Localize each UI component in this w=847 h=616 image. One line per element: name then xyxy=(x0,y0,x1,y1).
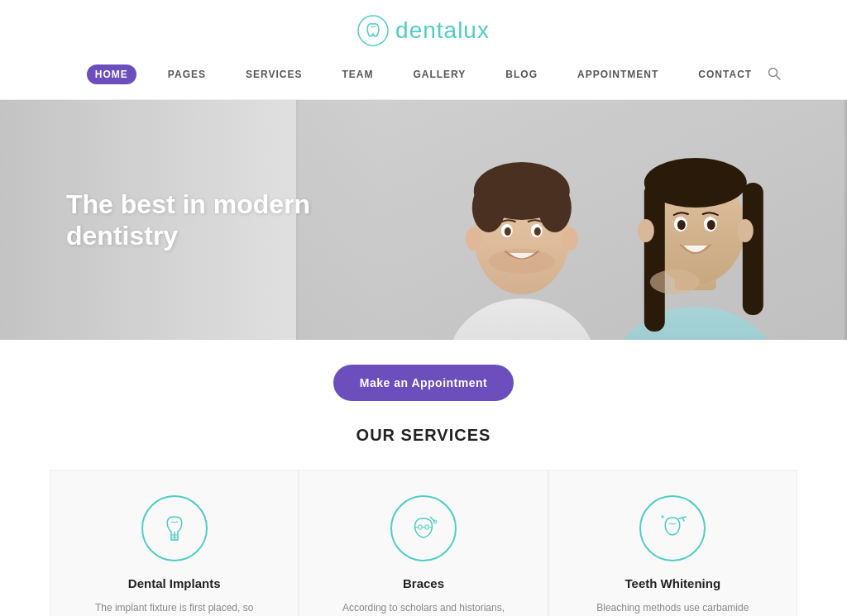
svg-point-15 xyxy=(466,227,482,251)
implants-desc: The implant fixture is first placed, so … xyxy=(92,600,257,616)
logo[interactable]: dentalux xyxy=(357,15,490,46)
svg-point-16 xyxy=(562,227,578,251)
appointment-button[interactable]: Make an Appointment xyxy=(333,365,514,401)
nav-home[interactable]: HOME xyxy=(87,64,136,84)
services-grid: Dental Implants The implant fixture is f… xyxy=(50,470,797,616)
svg-point-14 xyxy=(489,249,555,274)
service-card-whitening: Teeth Whitening Bleaching methods use ca… xyxy=(548,470,797,616)
svg-point-29 xyxy=(650,270,700,294)
search-icon[interactable] xyxy=(768,67,781,83)
whitening-name: Teeth Whitening xyxy=(625,576,721,590)
nav-services[interactable]: SERVICES xyxy=(237,64,310,84)
implants-name: Dental Implants xyxy=(128,576,221,590)
braces-icon-circle xyxy=(390,495,457,561)
svg-point-0 xyxy=(358,16,388,45)
service-card-braces: Braces According to scholars and histori… xyxy=(299,470,548,616)
svg-rect-21 xyxy=(644,183,665,332)
svg-line-41 xyxy=(682,518,684,521)
hero-section: The best in modern dentistry xyxy=(0,100,847,340)
svg-rect-22 xyxy=(743,183,763,315)
svg-point-9 xyxy=(538,183,572,232)
svg-point-28 xyxy=(737,219,754,242)
nav-pages[interactable]: PAGES xyxy=(160,64,214,84)
braces-desc: According to scholars and historians, br… xyxy=(341,600,506,616)
braces-name: Braces xyxy=(403,576,444,590)
tooth-logo-icon xyxy=(357,15,389,46)
service-card-implants: Dental Implants The implant fixture is f… xyxy=(50,470,299,616)
services-section: OUR SERVICES Dental Implants The implant… xyxy=(0,418,847,616)
nav-team[interactable]: TEAM xyxy=(333,64,381,84)
svg-point-27 xyxy=(638,219,654,242)
svg-point-26 xyxy=(707,220,715,230)
nav-blog[interactable]: BLOG xyxy=(497,64,546,84)
svg-point-25 xyxy=(677,220,686,230)
services-title: OUR SERVICES xyxy=(50,426,797,445)
implants-icon xyxy=(156,510,193,547)
whitening-desc: Bleaching methods use carbamide peroxide… xyxy=(590,600,755,616)
nav-gallery[interactable]: GALLERY xyxy=(404,64,474,84)
svg-rect-34 xyxy=(425,525,428,529)
header: dentalux HOME PAGES SERVICES TEAM GALLER… xyxy=(0,0,847,100)
svg-line-2 xyxy=(777,75,781,79)
whitening-icon xyxy=(654,510,691,547)
whitening-icon-circle xyxy=(639,495,706,561)
appointment-section: Make an Appointment xyxy=(0,365,847,401)
implants-icon-circle xyxy=(141,495,208,561)
nav-contact[interactable]: CONTACT xyxy=(690,64,760,84)
logo-text: dentalux xyxy=(395,17,490,44)
svg-point-13 xyxy=(534,227,541,236)
svg-point-12 xyxy=(505,227,511,236)
svg-point-8 xyxy=(472,183,505,232)
svg-rect-33 xyxy=(419,525,422,529)
nav-appointment[interactable]: APPOINTMENT xyxy=(569,64,667,84)
braces-icon xyxy=(405,510,442,547)
hero-title: The best in modern dentistry xyxy=(66,189,331,252)
main-nav: HOME PAGES SERVICES TEAM GALLERY BLOG AP… xyxy=(0,58,847,91)
hero-text-block: The best in modern dentistry xyxy=(66,189,331,252)
